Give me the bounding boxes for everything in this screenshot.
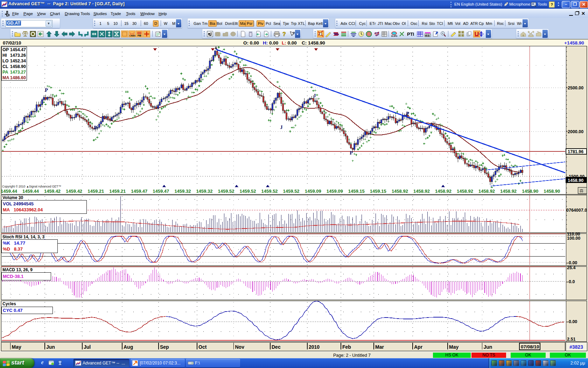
svg-text:1458.92: 1458.92 [478, 189, 495, 194]
svg-text:VOL 24994545: VOL 24994545 [3, 201, 34, 206]
svg-text:–0.0: –0.0 [566, 279, 575, 284]
svg-text:2.51: 2.51 [567, 337, 575, 342]
svg-text:1458.92: 1458.92 [413, 189, 430, 194]
svg-text:Jul: Jul [84, 344, 91, 350]
svg-text:Mar: Mar [375, 344, 384, 350]
svg-text:%K 14.77: %K 14.77 [3, 240, 25, 246]
svg-text:1459.44: 1459.44 [22, 189, 39, 194]
svg-text:CYC 0.47: CYC 0.47 [3, 308, 22, 313]
svg-text:Jun: Jun [484, 344, 492, 350]
svg-text:1452.34: 1452.34 [10, 59, 26, 63]
svg-text:1459.47: 1459.47 [153, 189, 169, 194]
svg-text:1459.32: 1459.32 [174, 189, 191, 194]
svg-text:J: J [280, 124, 283, 130]
svg-text:LO: LO [2, 59, 9, 63]
svg-text:Cycles: Cycles [2, 301, 16, 306]
svg-text:Copyright © 2010 ▲Signal Advan: Copyright © 2010 ▲Signal Advanced GET™ [2, 185, 61, 188]
svg-text:P: P [406, 111, 409, 116]
svg-text:07/08/10: 07/08/10 [521, 344, 539, 349]
svg-text:1458.90: 1458.90 [544, 189, 560, 194]
svg-text:Sep: Sep [160, 344, 169, 350]
svg-text:MCD-38.1: MCD-38.1 [3, 274, 23, 279]
svg-text:Volume 30: Volume 30 [2, 195, 23, 200]
svg-text:1781.96: 1781.96 [568, 149, 583, 154]
svg-text:1454.47: 1454.47 [10, 47, 26, 52]
svg-text:1458.92: 1458.92 [500, 189, 517, 194]
svg-text:1459.15: 1459.15 [348, 189, 365, 194]
svg-text:P: P [350, 150, 353, 156]
svg-text:1459.09: 1459.09 [305, 189, 321, 194]
svg-text:–0.00: –0.00 [566, 260, 577, 265]
svg-text:CL: CL [2, 64, 8, 69]
svg-text:25.4: 25.4 [567, 265, 575, 270]
svg-text:1459.42: 1459.42 [66, 189, 82, 194]
svg-text:P: P [45, 87, 48, 93]
svg-text:2000.00: 2000.00 [568, 129, 583, 134]
svg-text:Dec: Dec [272, 344, 281, 350]
svg-text:0764007.0: 0764007.0 [566, 208, 587, 213]
svg-text:P: P [94, 125, 97, 130]
svg-text:PA: PA [2, 70, 8, 75]
svg-text:1459.52: 1459.52 [283, 189, 300, 194]
svg-text:%D 8.37: %D 8.37 [3, 246, 23, 252]
svg-text:#3823: #3823 [569, 344, 583, 350]
svg-text:100.00: 100.00 [567, 236, 580, 241]
svg-text:1459.32: 1459.32 [196, 189, 212, 194]
svg-text:1473.27: 1473.27 [10, 70, 26, 75]
svg-text:1459.52: 1459.52 [218, 189, 234, 194]
svg-text:1459.21: 1459.21 [109, 189, 126, 194]
svg-text:1473.26: 1473.26 [10, 53, 26, 58]
svg-text:1459.42: 1459.42 [44, 189, 61, 194]
svg-text:1459.21: 1459.21 [88, 189, 104, 194]
svg-text:2010: 2010 [309, 344, 320, 350]
svg-text:1458.90: 1458.90 [10, 64, 26, 69]
svg-text:Jun: Jun [46, 344, 55, 350]
svg-text:May: May [12, 344, 21, 350]
svg-text:OP: OP [2, 47, 9, 52]
svg-text:–0.00: –0.00 [566, 319, 577, 324]
svg-text:1459.15: 1459.15 [370, 189, 386, 194]
svg-text:1459.09: 1459.09 [327, 189, 343, 194]
svg-text:1459.47: 1459.47 [131, 189, 147, 194]
svg-text:2500.00: 2500.00 [568, 86, 583, 90]
svg-text:Oct: Oct [198, 344, 207, 350]
svg-text:1458.90: 1458.90 [522, 189, 538, 194]
svg-text:MA 106433962.04: MA 106433962.04 [3, 207, 43, 212]
svg-text:May: May [449, 344, 458, 350]
svg-text:1458.92: 1458.92 [457, 189, 473, 194]
svg-text:1486.60: 1486.60 [10, 75, 26, 80]
svg-text:J: J [313, 93, 316, 98]
svg-text:⚖: ⚖ [580, 188, 583, 193]
svg-text:Feb: Feb [342, 344, 351, 350]
svg-text:Stoch RSI 14, 14, 3, 3: Stoch RSI 14, 14, 3, 3 [2, 234, 44, 239]
svg-text:1459.52: 1459.52 [240, 189, 256, 194]
svg-text:Apr: Apr [414, 344, 423, 350]
svg-text:1459.44: 1459.44 [1, 189, 18, 194]
svg-text:HI: HI [2, 53, 7, 58]
svg-text:MACD 13, 26, 9: MACD 13, 26, 9 [2, 267, 33, 272]
svg-text:1458.92: 1458.92 [435, 189, 451, 194]
svg-text:MA: MA [2, 75, 9, 80]
svg-text:1458.92: 1458.92 [392, 189, 408, 194]
svg-text:1458.90: 1458.90 [568, 178, 583, 183]
svg-text:1459.52: 1459.52 [261, 189, 278, 194]
svg-text:Nov: Nov [235, 344, 245, 350]
svg-text:Aug: Aug [124, 344, 133, 350]
